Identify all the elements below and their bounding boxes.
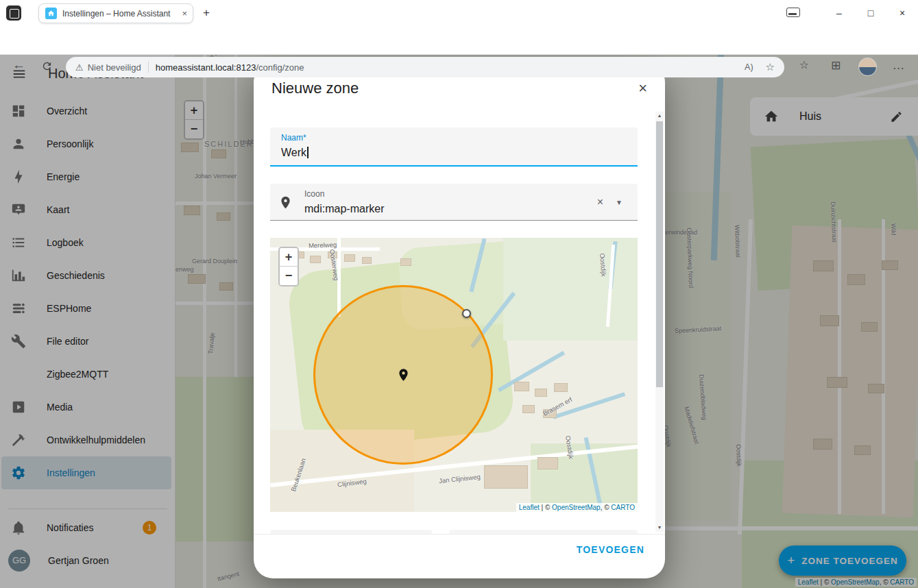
profile-avatar[interactable] xyxy=(858,58,877,76)
new-zone-dialog: Nieuwe zone × Naam* Werk Icoon mdi:map-m… xyxy=(254,63,665,578)
not-secure-warning-icon: ⚠ xyxy=(75,62,84,73)
dialog-actions: TOEVOEGEN xyxy=(254,534,665,578)
dialog-scrollbar[interactable]: ▲ ▼ xyxy=(655,112,664,532)
new-tab-button[interactable]: + xyxy=(203,6,210,20)
leaflet-link[interactable]: Leaflet xyxy=(519,504,540,511)
more-options-icon[interactable]: … xyxy=(889,58,909,73)
clear-icon[interactable]: × xyxy=(597,196,603,208)
map-building xyxy=(310,256,321,263)
map-building xyxy=(522,405,535,413)
zone-radius-handle[interactable] xyxy=(462,309,471,318)
browser-toolbar: ← ⚠ Niet beveiligd homeassistant.local:8… xyxy=(0,26,918,55)
zone-icon-field[interactable]: Icoon mdi:map-marker × ▼ xyxy=(270,184,638,221)
favorites-icon[interactable]: ☆ xyxy=(794,58,814,71)
zone-name-label: Naam* xyxy=(281,133,306,143)
scroll-down-arrow[interactable]: ▼ xyxy=(655,524,664,532)
text-caret xyxy=(307,147,309,158)
tab-close-icon[interactable]: × xyxy=(182,8,187,19)
map-building xyxy=(535,389,547,397)
add-favorite-icon[interactable]: ☆ xyxy=(766,61,775,73)
maximize-button[interactable]: □ xyxy=(855,0,886,26)
tab-title: Instellingen – Home Assistant xyxy=(62,9,182,19)
street-label: Merelweg xyxy=(309,241,337,249)
security-label[interactable]: Niet beveiligd xyxy=(88,62,141,73)
refresh-icon[interactable] xyxy=(41,60,53,72)
home-icon xyxy=(47,10,55,17)
scrollbar-thumb[interactable] xyxy=(656,121,663,387)
zone-center-marker-icon[interactable] xyxy=(396,367,411,383)
osm-link[interactable]: OpenStreetMap xyxy=(552,504,601,511)
address-divider xyxy=(148,62,149,73)
map-building xyxy=(362,257,372,264)
map-building xyxy=(514,382,529,391)
map-building xyxy=(344,254,355,262)
chevron-down-icon[interactable]: ▼ xyxy=(616,199,623,206)
browser-tab[interactable]: Instellingen – Home Assistant × xyxy=(38,3,193,23)
street-label: Jan Clijnisweg xyxy=(439,473,481,485)
zone-name-field[interactable]: Naam* Werk xyxy=(270,127,638,167)
dialog-map-zoom-control: + − xyxy=(278,247,299,286)
map-building xyxy=(484,465,528,489)
map-building xyxy=(537,457,558,469)
zoom-out-button[interactable]: − xyxy=(280,267,298,285)
street-label: Oostdijk xyxy=(599,253,607,277)
window-close-button[interactable]: × xyxy=(886,0,918,26)
map-marker-icon xyxy=(278,195,293,210)
tab-preview-icon[interactable] xyxy=(786,8,800,17)
map-building xyxy=(400,258,411,266)
zone-name-input[interactable]: Werk xyxy=(281,147,309,159)
carto-link[interactable]: CARTO xyxy=(611,504,635,511)
screen: Instellingen – Home Assistant × + – □ × … xyxy=(0,0,918,588)
dialog-map-attribution: Leaflet | © OpenStreetMap, © CARTO xyxy=(516,503,638,512)
back-button[interactable]: ← xyxy=(12,58,25,73)
zoom-in-button[interactable]: + xyxy=(280,248,298,267)
scroll-up-arrow[interactable]: ▲ xyxy=(655,112,664,120)
dialog-content: Naam* Werk Icoon mdi:map-marker × ▼ xyxy=(254,110,665,534)
map-building xyxy=(554,383,568,392)
dialog-close-icon[interactable]: × xyxy=(638,79,647,97)
home-assistant-favicon xyxy=(45,8,57,19)
address-bar[interactable]: ⚠ Niet beveiligd homeassistant.local:812… xyxy=(66,57,784,77)
zone-icon-value: mdi:map-marker xyxy=(304,203,384,215)
window-menu-icon[interactable] xyxy=(6,5,21,21)
minimize-button[interactable]: – xyxy=(823,0,855,26)
zone-radius-map[interactable]: + − Merelweg Oosterweg Oostdijk Brasem e… xyxy=(270,238,638,512)
url-path: /config/zone xyxy=(256,62,304,73)
collections-icon[interactable]: ⊞ xyxy=(825,58,846,73)
zone-icon-label: Icoon xyxy=(304,189,324,199)
dialog-title: Nieuwe zone xyxy=(271,79,359,97)
submit-button[interactable]: TOEVOEGEN xyxy=(577,544,644,555)
url-host: homeassistant.local:8123 xyxy=(156,62,256,73)
map-green-area xyxy=(503,238,638,341)
browser-tab-strip: Instellingen – Home Assistant × + – □ × xyxy=(0,0,918,26)
read-aloud-icon[interactable]: A) xyxy=(745,62,753,72)
